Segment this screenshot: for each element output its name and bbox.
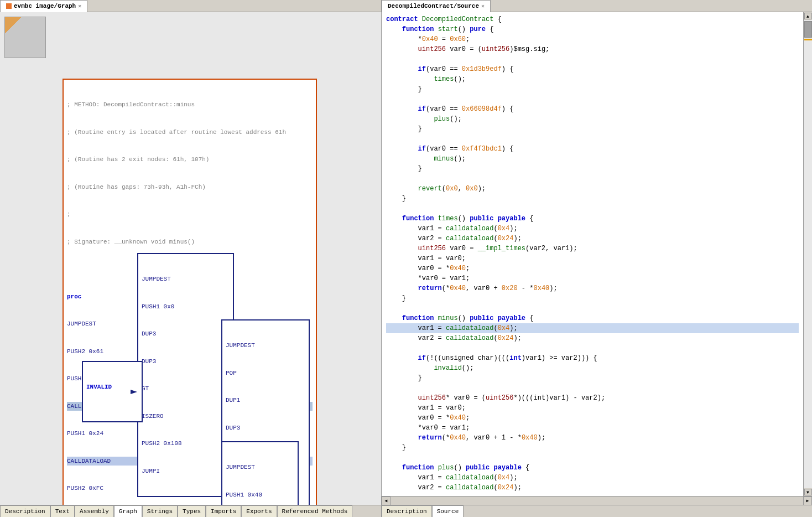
node2[interactable]: JUMPDEST PUSH1 0x0 DUP3 DUP3 GT ISZERO P… bbox=[137, 253, 234, 497]
code-line-18: } bbox=[386, 194, 799, 204]
code-line-8 bbox=[386, 94, 799, 104]
code-line-43: } bbox=[386, 443, 799, 453]
graph-tab-label: evmbc image/Graph bbox=[14, 3, 76, 9]
n3-l2: POP bbox=[226, 369, 305, 378]
tab-referenced-methods[interactable]: Referenced Methods bbox=[277, 505, 353, 518]
code-line-26: *var0 = var1; bbox=[386, 273, 799, 283]
graph-tab-icon bbox=[6, 3, 12, 9]
entry-line-6: ; Signature: __unknown void minus() bbox=[67, 237, 313, 247]
scroll-up-btn[interactable]: ▲ bbox=[804, 13, 812, 19]
node4[interactable]: JUMPDEST PUSH1 0x40 MLOAD SWAP1 ... bbox=[221, 441, 299, 505]
code-line-14: minus(); bbox=[386, 154, 799, 164]
right-tab-description[interactable]: Description bbox=[382, 505, 432, 518]
tab-exports[interactable]: Exports bbox=[241, 505, 277, 518]
entry-line-4: ; (Routine has gaps: 73h-93h, A1h-FCh) bbox=[67, 183, 313, 192]
code-line-0: contract DecompiledContract { bbox=[386, 14, 799, 24]
n2-l3: DUP3 bbox=[142, 329, 230, 339]
code-line-27: return(*0x40, var0 + 0x20 - *0x40); bbox=[386, 283, 799, 293]
code-line-31: var1 = calldataload(0x4); bbox=[386, 323, 799, 333]
code-line-23: uint256 var0 = __impl_times(var2, var1); bbox=[386, 244, 799, 254]
scroll-thumb[interactable] bbox=[804, 21, 812, 38]
code-line-11: } bbox=[386, 124, 799, 134]
entry-line-1: ; METHOD: DecompiledContract::minus bbox=[67, 100, 313, 110]
code-line-37 bbox=[386, 383, 799, 393]
code-line-46: var1 = calldataload(0x4); bbox=[386, 473, 799, 483]
tab-text[interactable]: Text bbox=[50, 505, 75, 518]
right-content: contract DecompiledContract { function s… bbox=[382, 12, 812, 496]
code-line-24: var1 = var0; bbox=[386, 254, 799, 263]
right-panel: DecompiledContract/Source ✕ contract Dec… bbox=[382, 0, 812, 517]
right-scrollbar[interactable]: ▲ ▼ bbox=[803, 12, 812, 496]
source-tab-close[interactable]: ✕ bbox=[481, 3, 485, 9]
graph-tab[interactable]: evmbc image/Graph ✕ bbox=[0, 0, 87, 12]
right-tab-source[interactable]: Source bbox=[432, 505, 464, 518]
code-line-17: revert(0x0, 0x0); bbox=[386, 184, 799, 194]
code-line-29 bbox=[386, 303, 799, 313]
code-line-35: invalid(); bbox=[386, 363, 799, 373]
entry-line-5: ; bbox=[67, 210, 313, 219]
hscroll-right-btn[interactable]: ▶ bbox=[803, 497, 812, 505]
graph-area[interactable]: ; METHOD: DecompiledContract::minus ; (R… bbox=[0, 12, 381, 505]
code-line-42: return(*0x40, var0 + 1 - *0x40); bbox=[386, 433, 799, 443]
thumbnail bbox=[4, 17, 46, 58]
n3-l3: DUP1 bbox=[226, 396, 305, 405]
code-line-32: var2 = calldataload(0x24); bbox=[386, 333, 799, 343]
code-line-22: var2 = calldataload(0x24); bbox=[386, 234, 799, 244]
n4-l1: JUMPDEST bbox=[226, 463, 294, 472]
n4-l2: PUSH1 0x40 bbox=[226, 490, 294, 500]
tab-types[interactable]: Types bbox=[178, 505, 206, 518]
entry-line-2: ; (Routine entry is located after routin… bbox=[67, 128, 313, 137]
code-line-38: uint256* var0 = (uint256*)(((int)var1) -… bbox=[386, 393, 799, 403]
hscroll-left-btn[interactable]: ◀ bbox=[382, 497, 391, 505]
code-line-34: if(!((unsigned char)(((int)var1) >= var2… bbox=[386, 353, 799, 363]
code-line-13: if(var0 == 0xf4f3bdc1) { bbox=[386, 144, 799, 154]
invalid-node[interactable]: INVALID bbox=[82, 361, 143, 422]
thumbnail-inner bbox=[5, 17, 45, 58]
source-tab[interactable]: DecompiledContract/Source ✕ bbox=[382, 0, 491, 12]
code-line-3: uint256 var0 = (uint256)$msg.sig; bbox=[386, 44, 799, 54]
code-line-25: var0 = *0x40; bbox=[386, 263, 799, 273]
code-line-5: if(var0 == 0x1d3b9edf) { bbox=[386, 64, 799, 74]
code-line-20: function times() public payable { bbox=[386, 214, 799, 224]
graph-tab-close[interactable]: ✕ bbox=[78, 3, 81, 9]
code-line-9: if(var0 == 0x66098d4f) { bbox=[386, 104, 799, 114]
right-bottom-tabs: Description Source bbox=[382, 505, 812, 517]
code-area[interactable]: contract DecompiledContract { function s… bbox=[382, 12, 803, 496]
entry-line-3: ; (Routine has 2 exit nodes: 61h, 107h) bbox=[67, 155, 313, 164]
code-line-40: var0 = *0x40; bbox=[386, 413, 799, 423]
n3-l4: DUP3 bbox=[226, 423, 305, 433]
code-line-41: *var0 = var1; bbox=[386, 423, 799, 433]
code-line-10: plus(); bbox=[386, 114, 799, 124]
left-tab-bar: evmbc image/Graph ✕ bbox=[0, 0, 381, 12]
scroll-down-btn[interactable]: ▼ bbox=[804, 489, 812, 495]
graph-canvas: ; METHOD: DecompiledContract::minus ; (R… bbox=[0, 12, 376, 494]
left-bottom-tabs: Description Text Assembly Graph Strings … bbox=[0, 505, 381, 517]
code-line-45: function plus() public payable { bbox=[386, 463, 799, 473]
code-line-19 bbox=[386, 204, 799, 214]
code-line-47: var2 = calldataload(0x24); bbox=[386, 483, 799, 493]
code-line-21: var1 = calldataload(0x4); bbox=[386, 224, 799, 234]
tab-assembly[interactable]: Assembly bbox=[75, 505, 114, 518]
left-panel: evmbc image/Graph ✕ bbox=[0, 0, 382, 517]
n2-l8: JUMPI bbox=[142, 467, 230, 476]
n2-l5: GT bbox=[142, 384, 230, 394]
code-line-15: } bbox=[386, 164, 799, 174]
horizontal-scroll[interactable]: ◀ ▶ bbox=[382, 496, 812, 505]
code-line-30: function minus() public payable { bbox=[386, 313, 799, 323]
code-line-16 bbox=[386, 174, 799, 184]
source-tab-label: DecompiledContract/Source bbox=[388, 3, 479, 9]
tab-imports[interactable]: Imports bbox=[206, 505, 241, 518]
n2-l2: PUSH1 0x0 bbox=[142, 302, 230, 312]
n2-l7: PUSH2 0x108 bbox=[142, 439, 230, 448]
invalid-arrow-icon bbox=[131, 389, 139, 395]
tab-graph[interactable]: Graph bbox=[114, 505, 142, 518]
scroll-track[interactable] bbox=[804, 20, 812, 488]
code-line-39: var1 = var0; bbox=[386, 403, 799, 413]
right-tab-bar: DecompiledContract/Source ✕ bbox=[382, 0, 812, 12]
tab-description[interactable]: Description bbox=[0, 505, 50, 518]
n2-l1: JUMPDEST bbox=[142, 275, 230, 284]
tab-strings[interactable]: Strings bbox=[142, 505, 178, 518]
n2-l4: DUP3 bbox=[142, 357, 230, 366]
code-line-28: } bbox=[386, 293, 799, 303]
code-line-33 bbox=[386, 343, 799, 353]
